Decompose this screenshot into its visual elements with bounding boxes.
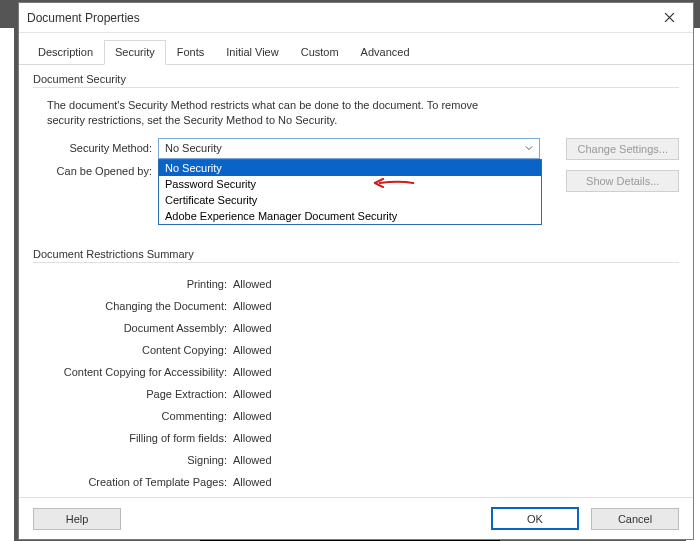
restriction-row: Content Copying for Accessibility:Allowe…: [33, 361, 679, 383]
option-password-security[interactable]: Password Security: [159, 176, 541, 192]
tabs: Description Security Fonts Initial View …: [19, 33, 693, 65]
restriction-label: Page Extraction:: [33, 388, 233, 400]
restrictions-label: Document Restrictions Summary: [33, 248, 679, 263]
restriction-label: Filling of form fields:: [33, 432, 233, 444]
security-method-dropdown[interactable]: No Security Password Security Certificat…: [158, 159, 542, 225]
restriction-row: Content Copying:Allowed: [33, 339, 679, 361]
close-icon: [664, 12, 675, 23]
restriction-row: Page Extraction:Allowed: [33, 383, 679, 405]
restriction-value: Allowed: [233, 432, 272, 444]
security-method-label: Security Method:: [33, 142, 158, 154]
restriction-value: Allowed: [233, 410, 272, 422]
restriction-label: Document Assembly:: [33, 322, 233, 334]
dialog-title: Document Properties: [27, 11, 140, 25]
close-button[interactable]: [653, 7, 685, 29]
restriction-label: Signing:: [33, 454, 233, 466]
change-settings-button[interactable]: Change Settings...: [566, 138, 679, 160]
restriction-value: Allowed: [233, 278, 272, 290]
cancel-button[interactable]: Cancel: [591, 508, 679, 530]
restriction-value: Allowed: [233, 454, 272, 466]
annotation-arrow-icon: [373, 178, 415, 188]
restriction-label: Changing the Document:: [33, 300, 233, 312]
restriction-row: Changing the Document:Allowed: [33, 295, 679, 317]
restriction-row: Signing:Allowed: [33, 449, 679, 471]
restriction-row: Filling of form fields:Allowed: [33, 427, 679, 449]
document-properties-dialog: Document Properties Description Security…: [18, 2, 694, 540]
restriction-value: Allowed: [233, 322, 272, 334]
dialog-footer: Help OK Cancel: [19, 497, 693, 539]
tab-custom[interactable]: Custom: [290, 40, 350, 65]
tab-security[interactable]: Security: [104, 40, 166, 65]
document-security-label: Document Security: [33, 73, 679, 88]
chevron-down-icon: [522, 141, 536, 155]
restriction-value: Allowed: [233, 476, 272, 488]
restriction-value: Allowed: [233, 344, 272, 356]
security-method-value: No Security: [165, 142, 222, 154]
document-security-group: Document Security The document's Securit…: [33, 73, 679, 218]
restrictions-group: Document Restrictions Summary Printing:A…: [33, 248, 679, 493]
titlebar: Document Properties: [19, 3, 693, 33]
option-certificate-security[interactable]: Certificate Security: [159, 192, 541, 208]
restriction-value: Allowed: [233, 300, 272, 312]
security-method-select[interactable]: No Security: [158, 138, 540, 159]
restriction-row: Commenting:Allowed: [33, 405, 679, 427]
restriction-label: Commenting:: [33, 410, 233, 422]
option-aem-document-security[interactable]: Adobe Experience Manager Document Securi…: [159, 208, 541, 224]
restriction-label: Content Copying:: [33, 344, 233, 356]
restriction-value: Allowed: [233, 366, 272, 378]
ok-button[interactable]: OK: [491, 507, 579, 530]
tab-fonts[interactable]: Fonts: [166, 40, 216, 65]
restriction-label: Printing:: [33, 278, 233, 290]
tab-description[interactable]: Description: [27, 40, 104, 65]
restriction-row: Printing:Allowed: [33, 273, 679, 295]
help-button[interactable]: Help: [33, 508, 121, 530]
show-details-button[interactable]: Show Details...: [566, 170, 679, 192]
bg-left-strip: [0, 28, 14, 541]
restriction-row: Document Assembly:Allowed: [33, 317, 679, 339]
tab-advanced[interactable]: Advanced: [350, 40, 421, 65]
restriction-row: Creation of Template Pages:Allowed: [33, 471, 679, 493]
restriction-label: Creation of Template Pages:: [33, 476, 233, 488]
restriction-label: Content Copying for Accessibility:: [33, 366, 233, 378]
option-no-security[interactable]: No Security: [159, 160, 541, 176]
restriction-value: Allowed: [233, 388, 272, 400]
opened-by-label: Can be Opened by:: [33, 165, 158, 177]
security-description: The document's Security Method restricts…: [47, 98, 673, 128]
tab-initial-view[interactable]: Initial View: [215, 40, 289, 65]
